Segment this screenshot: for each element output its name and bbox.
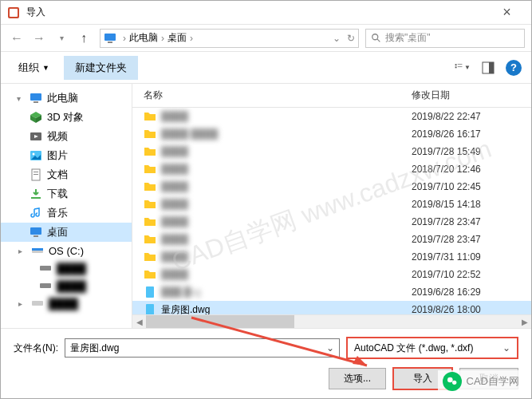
help-button[interactable]: ? bbox=[506, 60, 522, 76]
file-date: 2019/8/15 14:18 bbox=[412, 199, 531, 210]
file-name: ████ bbox=[161, 216, 412, 227]
pictures-icon bbox=[30, 149, 42, 162]
column-name[interactable]: 名称 bbox=[132, 89, 412, 102]
sidebar-item-blur2[interactable]: ████ bbox=[1, 277, 132, 294]
view-list-icon[interactable]: ▼ bbox=[455, 60, 471, 76]
sidebar-item-downloads[interactable]: 下载 bbox=[1, 184, 132, 203]
file-date: 2019/7/10 22:52 bbox=[412, 269, 531, 280]
file-row[interactable]: ███.█vg2019/6/28 16:29 bbox=[132, 283, 531, 301]
file-name: ████ bbox=[161, 251, 412, 263]
scroll-left-icon[interactable]: ◀ bbox=[132, 318, 146, 326]
file-row[interactable]: ████2019/8/22 22:47 bbox=[132, 108, 531, 125]
file-row[interactable]: ████2019/7/10 22:45 bbox=[132, 178, 531, 196]
window-title: 导入 bbox=[26, 6, 489, 19]
breadcrumb-desktop[interactable]: 桌面 bbox=[167, 31, 187, 45]
nav-bar: ← → ▾ ↑ › 此电脑 › 桌面 › ⌄ ↻ 搜索"桌面" bbox=[1, 25, 531, 52]
file-name: ████ bbox=[161, 199, 412, 210]
breadcrumb-thispc[interactable]: 此电脑 bbox=[129, 31, 158, 45]
svg-rect-32 bbox=[32, 301, 43, 306]
scrollbar-thumb[interactable] bbox=[146, 315, 294, 328]
back-button[interactable]: ← bbox=[7, 29, 26, 48]
sidebar-item-thispc[interactable]: ▾ 此电脑 bbox=[1, 89, 132, 108]
file-list[interactable]: ████2019/8/22 22:47████ ████2019/8/26 16… bbox=[132, 108, 531, 314]
file-row[interactable]: ████2019/7/28 15:49 bbox=[132, 143, 531, 160]
svg-rect-2 bbox=[104, 34, 116, 41]
svg-point-38 bbox=[452, 381, 456, 385]
forward-button[interactable]: → bbox=[30, 29, 49, 48]
svg-rect-6 bbox=[455, 65, 457, 66]
file-name: ████ bbox=[161, 111, 412, 122]
file-date: 2019/8/26 16:17 bbox=[412, 128, 531, 140]
breadcrumb[interactable]: › 此电脑 › 桌面 › ⌄ ↻ bbox=[100, 29, 359, 48]
recent-dropdown[interactable]: ▾ bbox=[52, 29, 71, 48]
svg-rect-11 bbox=[489, 62, 494, 73]
video-icon bbox=[30, 130, 42, 143]
view-preview-icon[interactable] bbox=[480, 60, 496, 76]
documents-icon bbox=[30, 168, 42, 181]
search-input[interactable]: 搜索"桌面" bbox=[365, 29, 525, 48]
svg-rect-29 bbox=[32, 248, 43, 251]
file-date: 2019/7/28 15:49 bbox=[412, 146, 531, 157]
svg-line-5 bbox=[377, 38, 380, 41]
column-date[interactable]: 修改日期 bbox=[412, 89, 531, 102]
sidebar-item-documents[interactable]: 文档 bbox=[1, 165, 132, 184]
svg-rect-12 bbox=[30, 93, 41, 101]
sidebar-item-music[interactable]: 音乐 bbox=[1, 203, 132, 223]
monitor-icon bbox=[30, 92, 42, 105]
drive-icon bbox=[39, 262, 52, 275]
file-icon bbox=[144, 303, 156, 314]
file-row[interactable]: ████2019/7/31 11:09 bbox=[132, 248, 531, 266]
file-name: ████ bbox=[161, 234, 412, 245]
sidebar-item-blur3[interactable]: ▸████ bbox=[1, 294, 132, 312]
folder-icon bbox=[144, 110, 156, 123]
file-row[interactable]: ████2019/8/15 14:18 bbox=[132, 196, 531, 213]
file-content: 名称 修改日期 ████2019/8/22 22:47████ ████2019… bbox=[132, 84, 531, 328]
svg-point-20 bbox=[33, 153, 35, 156]
wechat-icon bbox=[443, 372, 462, 391]
options-button[interactable]: 选项... bbox=[329, 368, 386, 389]
file-row[interactable]: ████2019/7/28 23:47 bbox=[132, 231, 531, 248]
sidebar-item-3d[interactable]: 3D 对象 bbox=[1, 108, 132, 127]
app-icon bbox=[7, 6, 20, 19]
horizontal-scrollbar[interactable]: ◀ ▶ bbox=[132, 314, 531, 328]
file-name: ███.█vg bbox=[161, 286, 412, 298]
organize-button[interactable]: 组织▼ bbox=[10, 57, 57, 78]
desktop-icon bbox=[30, 226, 42, 239]
file-row[interactable]: ████2019/7/28 23:47 bbox=[132, 213, 531, 231]
up-button[interactable]: ↑ bbox=[74, 29, 93, 48]
svg-rect-33 bbox=[146, 286, 154, 298]
filename-label: 文件名(N): bbox=[14, 342, 58, 355]
file-row[interactable]: ████2018/7/20 12:46 bbox=[132, 160, 531, 178]
file-name: 量房图.dwg bbox=[161, 303, 412, 315]
svg-rect-25 bbox=[31, 197, 41, 199]
svg-point-4 bbox=[372, 34, 378, 39]
breadcrumb-dropdown[interactable]: ⌄ bbox=[329, 33, 344, 44]
sidebar-item-pictures[interactable]: 图片 bbox=[1, 146, 132, 165]
file-date: 2019/7/28 23:47 bbox=[412, 216, 531, 227]
filetype-filter[interactable]: AutoCAD 文件 (*.dwg, *.dxf)⌄ bbox=[346, 337, 518, 359]
sidebar-item-osc[interactable]: ▸OS (C:) bbox=[1, 242, 132, 259]
sidebar-item-video[interactable]: 视频 bbox=[1, 127, 132, 146]
svg-rect-23 bbox=[33, 172, 38, 172]
file-name: ████ ████ bbox=[161, 128, 412, 140]
close-button[interactable]: × bbox=[489, 4, 525, 21]
sidebar-item-blur1[interactable]: ████ bbox=[1, 259, 132, 277]
new-folder-button[interactable]: 新建文件夹 bbox=[64, 56, 138, 80]
download-icon bbox=[30, 188, 42, 200]
file-name: ████ bbox=[161, 146, 412, 157]
file-row[interactable]: ████ ████2019/8/26 16:17 bbox=[132, 125, 531, 143]
file-name: ████ bbox=[161, 269, 412, 280]
svg-rect-13 bbox=[33, 101, 38, 103]
file-row[interactable]: ████2019/7/10 22:52 bbox=[132, 266, 531, 283]
sidebar-item-desktop[interactable]: 桌面 bbox=[1, 223, 132, 242]
svg-rect-7 bbox=[455, 67, 457, 69]
filename-input[interactable]: 量房图.dwg⌄ bbox=[65, 338, 340, 358]
file-date: 2019/7/28 23:47 bbox=[412, 234, 531, 245]
file-row[interactable]: 量房图.dwg2019/8/26 18:00 bbox=[132, 301, 531, 314]
cube-icon bbox=[30, 111, 42, 124]
svg-rect-30 bbox=[40, 266, 51, 271]
scroll-right-icon[interactable]: ▶ bbox=[518, 318, 531, 326]
toolbar: 组织▼ 新建文件夹 ▼ ? bbox=[1, 52, 531, 84]
folder-icon bbox=[144, 145, 156, 158]
svg-rect-26 bbox=[30, 227, 41, 235]
